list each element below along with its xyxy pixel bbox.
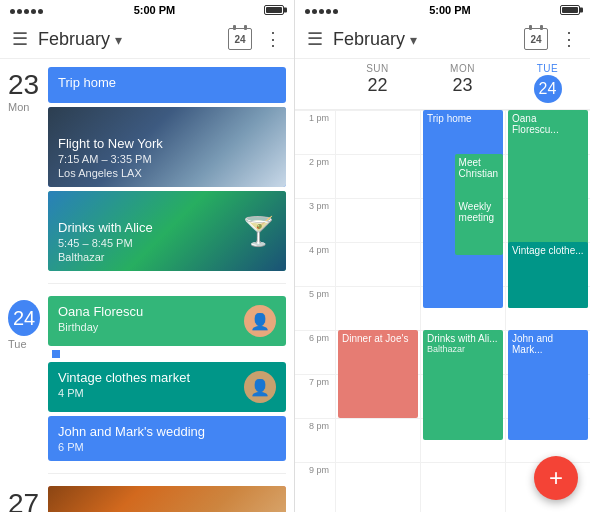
events-list-27: Kandinsky exhibition 4 – 6 PM (48, 486, 294, 512)
kandinsky-image (48, 486, 286, 512)
drinks-ali-subtitle: Balthazar (427, 344, 499, 354)
left-panel: 5:00 PM ☰ February ▾ 24 ⋮ 23 Mon (0, 0, 295, 512)
right-time: 5:00 PM (429, 4, 471, 16)
right-battery (560, 5, 580, 15)
today-indicator-dot (52, 350, 60, 358)
event-week-dinner-joes[interactable]: Dinner at Joe's (338, 330, 418, 418)
right-app-bar: ☰ February ▾ 24 ⋮ (295, 20, 590, 59)
left-title-arrow: ▾ (115, 32, 122, 48)
vintage-person-icon: 👤 (244, 371, 276, 403)
right-battery-icon (560, 5, 580, 15)
divider-24-27 (48, 473, 286, 474)
day-num-24: 24 (8, 300, 40, 336)
week-day-col-mon[interactable]: Mon 23 (420, 63, 505, 103)
time-4pm: 4 pm (295, 242, 335, 286)
event-week-john-mark[interactable]: John and Mark... (508, 330, 588, 440)
sun-row-1 (336, 110, 420, 154)
week-john-mark-title: John and Mark... (512, 333, 584, 355)
oana-subtitle: Birthday (58, 321, 236, 333)
left-app-bar: ☰ February ▾ 24 ⋮ (0, 20, 294, 59)
left-schedule-content[interactable]: 23 Mon Trip home Flight to New York 7:15… (0, 59, 294, 512)
time-2pm: 2 pm (295, 154, 335, 198)
week-day-num-mon: 23 (420, 75, 505, 96)
sun-row-4 (336, 242, 420, 286)
week-days-area: Dinner at Joe's Trip home (335, 110, 590, 512)
dinner-joes-title: Dinner at Joe's (342, 333, 414, 344)
event-trip-home-title: Trip home (58, 75, 276, 90)
day-label-23: 23 Mon (0, 67, 48, 271)
week-col-mon: Trip home Meet Christian Weekly meeting … (420, 110, 505, 512)
week-grid[interactable]: 1 pm 2 pm 3 pm 4 pm 5 pm 6 pm 7 pm 8 pm … (295, 110, 590, 512)
week-day-col-tue[interactable]: Tue 24 (505, 63, 590, 103)
signal-dots (10, 5, 45, 16)
day-section-23: 23 Mon Trip home Flight to New York 7:15… (0, 59, 294, 279)
right-calendar-icon-btn[interactable]: 24 (524, 28, 548, 50)
oana-title: Oana Florescu (58, 304, 236, 319)
drinks-alice-location: Balthazar (58, 251, 276, 263)
week-oana-title: Oana Florescu... (512, 113, 584, 135)
vintage-time: 4 PM (58, 387, 236, 399)
week-col-sun: Dinner at Joe's (335, 110, 420, 512)
right-fab[interactable]: + (534, 456, 578, 500)
today-num-wrapper: 24 (505, 74, 590, 103)
vintage-title: Vintage clothes market (58, 370, 236, 385)
time-5pm: 5 pm (295, 286, 335, 330)
right-app-title: February ▾ (333, 29, 524, 50)
drinks-alice-title: Drinks with Alice (58, 220, 276, 235)
left-menu-icon[interactable]: ☰ (12, 28, 28, 50)
sun-row-3 (336, 198, 420, 242)
event-wedding[interactable]: John and Mark's wedding 6 PM (48, 416, 286, 461)
right-more-icon[interactable]: ⋮ (560, 28, 578, 50)
event-trip-home[interactable]: Trip home (48, 67, 286, 103)
drinks-alice-content: Drinks with Alice 5:45 – 8:45 PM Balthaz… (58, 220, 276, 263)
left-app-bar-icons: 24 ⋮ (228, 28, 282, 50)
right-signal-dots (305, 5, 340, 16)
week-trip-home-title: Trip home (427, 113, 499, 124)
day-section-27: 27 Fri Kandinsky exhibition 4 – 6 PM (0, 478, 294, 512)
left-status-bar: 5:00 PM (0, 0, 294, 20)
flight-nyc-location: Los Angeles LAX (58, 167, 276, 179)
right-app-bar-icons: 24 ⋮ (524, 28, 578, 50)
divider-23-24 (48, 283, 286, 284)
day-num-27: 27 (8, 490, 40, 512)
week-day-name-sun: Sun (335, 63, 420, 74)
time-1pm: 1 pm (295, 110, 335, 154)
event-vintage-market[interactable]: Vintage clothes market 4 PM 👤 (48, 362, 286, 412)
event-week-drinks-ali[interactable]: Drinks with Ali... Balthazar (423, 330, 503, 440)
day-label-24: 24 Tue (0, 296, 48, 461)
left-battery (264, 5, 284, 15)
event-week-weekly-meeting[interactable]: Weekly meeting (455, 198, 503, 255)
sun-row-2 (336, 154, 420, 198)
left-calendar-icon-btn[interactable]: 24 (228, 28, 252, 50)
left-more-icon[interactable]: ⋮ (264, 28, 282, 50)
wedding-time: 6 PM (58, 441, 276, 453)
event-oana-birthday[interactable]: Oana Florescu Birthday 👤 (48, 296, 286, 346)
right-menu-icon[interactable]: ☰ (307, 28, 323, 50)
time-7pm: 7 pm (295, 374, 335, 418)
drinks-alice-time: 5:45 – 8:45 PM (58, 237, 276, 249)
week-day-col-sun[interactable]: Sun 22 (335, 63, 420, 103)
event-kandinsky[interactable]: Kandinsky exhibition 4 – 6 PM (48, 486, 286, 512)
week-day-num-sun: 22 (335, 75, 420, 96)
meet-christian-title: Meet Christian (459, 157, 499, 179)
sun-row-8 (336, 418, 420, 462)
left-app-title: February ▾ (38, 29, 228, 50)
events-list-23: Trip home Flight to New York 7:15 AM – 3… (48, 67, 294, 271)
day-section-24: 24 Tue Oana Florescu Birthday 👤 (0, 288, 294, 469)
week-day-name-mon: Mon (420, 63, 505, 74)
wedding-title: John and Mark's wedding (58, 424, 276, 439)
right-status-bar: 5:00 PM (295, 0, 590, 20)
week-day-num-tue: 24 (534, 75, 562, 103)
flight-nyc-subtitle: 7:15 AM – 3:35 PM (58, 153, 276, 165)
event-drinks-alice[interactable]: Drinks with Alice 5:45 – 8:45 PM Balthaz… (48, 191, 286, 271)
drinks-ali-title: Drinks with Ali... (427, 333, 499, 344)
time-8pm: 8 pm (295, 418, 335, 462)
left-time: 5:00 PM (134, 4, 176, 16)
battery-icon (264, 5, 284, 15)
week-day-headers: Sun 22 Mon 23 Tue 24 (295, 59, 590, 110)
weekly-meeting-title: Weekly meeting (459, 201, 499, 223)
event-flight-nyc[interactable]: Flight to New York 7:15 AM – 3:35 PM Los… (48, 107, 286, 187)
week-col-tue: Oana Florescu... Vintage clothe... John … (505, 110, 590, 512)
week-day-name-tue: Tue (505, 63, 590, 74)
event-week-vintage[interactable]: Vintage clothe... (508, 242, 588, 308)
